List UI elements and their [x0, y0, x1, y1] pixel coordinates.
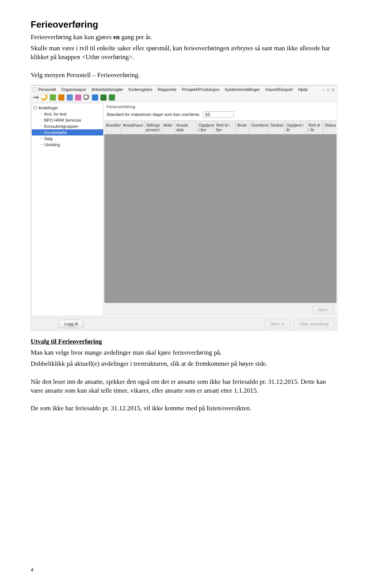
menu-rapporter[interactable]: Rapporter	[158, 87, 177, 92]
tree-root-label: Avdelinger	[38, 106, 58, 110]
page-number: 4	[31, 567, 33, 573]
col-alder[interactable]: Alder	[162, 121, 175, 134]
col-ansatt-dato[interactable]: Ansatt dato	[175, 121, 197, 134]
intro-1c: gang per år.	[120, 33, 152, 41]
panel-title: Ferieoverføring	[104, 103, 337, 110]
grid-body-empty	[104, 134, 337, 303]
tree-item-bpo-hrm[interactable]: BPO HRM Services	[32, 117, 103, 123]
col-ansattnr[interactable]: Ansattnr	[104, 121, 122, 134]
department-tree: − Avdelinger Avd. for test BPO HRM Servi…	[31, 103, 104, 316]
add-person-icon[interactable]	[50, 94, 56, 101]
main-panel: Ferieoverføring Standard for maksimum da…	[104, 103, 337, 316]
menubar: Personell Organisasjon Arbeidstidsregler…	[31, 86, 337, 93]
app-body: − Avdelinger Avd. for test BPO HRM Servi…	[31, 102, 337, 317]
exit-icon[interactable]	[109, 94, 115, 101]
close-icon[interactable]: x	[332, 87, 335, 92]
menu-personell[interactable]: Personell	[38, 87, 56, 92]
tool2-icon[interactable]	[67, 94, 73, 101]
collapse-icon[interactable]: −	[33, 106, 37, 109]
after-paragraph-4: De som ikke har feriesaldo pr. 31.12.201…	[31, 404, 337, 413]
restore-icon[interactable]: □	[327, 87, 330, 92]
grid-header-row: Ansattnr Ansattnavn Stillings prosent Al…	[104, 121, 337, 134]
col-opptjent-i-fjor[interactable]: Opptjent i fjor	[197, 121, 215, 134]
col-opptjent-i-ar[interactable]: Opptjent i år	[285, 121, 307, 134]
subheading-utvalg: Utvalg til Ferieoverføring	[31, 337, 337, 346]
menu-hjelp[interactable]: Hjelp	[298, 87, 308, 92]
nav-arrow-icon[interactable]	[33, 94, 39, 101]
tree-item-avd-for-test[interactable]: Avd. for test	[32, 111, 103, 117]
col-rett-til-i-ar[interactable]: Rett til i år	[307, 121, 323, 134]
col-stroket[interactable]: Strøket	[269, 121, 285, 134]
intro-paragraph-1: Ferieoverføring kan kun gjøres en gang p…	[31, 33, 337, 42]
intro-1b: en	[113, 33, 120, 41]
tree-item-konsulentgruppen[interactable]: Konsulentgruppen	[32, 123, 103, 129]
col-brukt[interactable]: Brukt	[236, 121, 250, 134]
search-icon[interactable]	[41, 94, 48, 101]
utfor-overforing-button[interactable]: Utfør overføring	[293, 320, 334, 328]
tool3-icon[interactable]	[75, 94, 81, 101]
col-stillingsprosent[interactable]: Stillings prosent	[145, 121, 162, 134]
gear-icon	[32, 87, 37, 92]
toolbar	[31, 93, 337, 102]
intro-paragraph-2: Skulle man være i tvil til enkelte saker…	[31, 44, 337, 62]
minimize-icon[interactable]: –	[323, 87, 325, 92]
help-icon[interactable]	[92, 94, 98, 101]
tree-item-kundestotte[interactable]: Kundestøtte	[32, 129, 103, 135]
db-icon[interactable]	[100, 94, 107, 101]
intro-1a: Ferieoverføring kan kun gjøres	[31, 33, 113, 41]
after-paragraph-2: Dobbeltklikk på aktuell(e) avdelinger i …	[31, 360, 337, 368]
col-ansattnavn[interactable]: Ansattnavn	[122, 121, 145, 134]
col-rett-til-i-fjor[interactable]: Rett til i fjor	[215, 121, 236, 134]
col-overfores[interactable]: Overføres	[250, 121, 269, 134]
menu-arbeidstidsregler[interactable]: Arbeidstidsregler	[92, 87, 123, 92]
bottom-bar: Legg til Skriv ut Utfør overføring	[31, 317, 337, 330]
legg-til-button[interactable]: Legg til	[59, 320, 84, 328]
standard-days-input[interactable]	[203, 111, 234, 117]
tree-item-utvikling[interactable]: Utvikling	[32, 142, 103, 148]
after-paragraph-1: Man kan velge hvor mange avdelinger man …	[31, 349, 337, 357]
page-heading: Ferieoverføring	[31, 19, 337, 30]
tree-root-avdelinger[interactable]: − Avdelinger	[32, 105, 103, 111]
subheading-utvalg-text: Utvalg til Ferieoverføring	[31, 338, 102, 345]
menu-prosjekt[interactable]: Prosjekt/Produksjon	[182, 87, 220, 92]
after-paragraph-3: Når den leser inn de ansatte, sjekker de…	[31, 378, 337, 395]
menu-organisasjon[interactable]: Organisasjon	[61, 87, 86, 92]
tree-item-salg[interactable]: Salg	[32, 135, 103, 142]
menu-import-eksport[interactable]: Import/Eksport	[265, 87, 293, 92]
standard-days-label: Standard for maksimum dager som kan over…	[107, 112, 199, 117]
menu-systeminnstillinger[interactable]: Systeminnstillinger	[225, 87, 260, 92]
magnify-icon[interactable]	[84, 94, 90, 101]
application-window: Personell Organisasjon Arbeidstidsregler…	[31, 85, 337, 330]
col-status[interactable]: Status	[323, 121, 337, 134]
fjern-button[interactable]: Fjern	[312, 306, 334, 314]
intro-paragraph-3: Velg menyen Personell – Ferieoverføring.	[31, 71, 337, 80]
tool1-icon[interactable]	[58, 94, 64, 101]
menu-koderegistre[interactable]: Koderegistre	[128, 87, 152, 92]
skriv-ut-button[interactable]: Skriv ut	[264, 320, 290, 328]
